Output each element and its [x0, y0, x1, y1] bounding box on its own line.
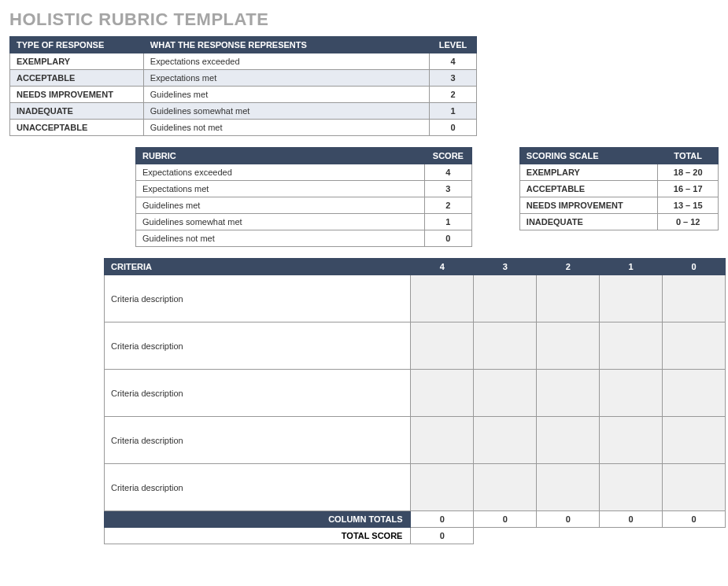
column-total-1: 0: [600, 511, 663, 528]
criteria-score-0[interactable]: [663, 370, 726, 417]
scale-total: 18 – 20: [658, 164, 719, 181]
criteria-score-3[interactable]: [474, 370, 537, 417]
rubric-label: Guidelines somewhat met: [136, 214, 425, 230]
criteria-score-1[interactable]: [600, 417, 663, 464]
criteria-score-4[interactable]: [411, 322, 474, 370]
column-totals-label: COLUMN TOTALS: [105, 511, 411, 528]
col-3: 3: [474, 259, 537, 275]
criteria-score-4[interactable]: [411, 275, 474, 322]
rubric-label: Guidelines met: [136, 197, 425, 214]
col-scale: SCORING SCALE: [519, 148, 658, 164]
criteria-description[interactable]: Criteria description: [105, 275, 411, 322]
table-row: EXEMPLARY Expectations exceeded 4: [10, 53, 477, 70]
rubric-score: 3: [424, 181, 471, 197]
criteria-score-2[interactable]: [537, 370, 600, 417]
col-score: SCORE: [424, 148, 471, 164]
table-row: Guidelines met 2: [136, 197, 472, 214]
criteria-score-3[interactable]: [474, 275, 537, 322]
col-level: LEVEL: [430, 37, 477, 53]
criteria-score-0[interactable]: [663, 275, 726, 322]
criteria-row: Criteria description: [105, 322, 726, 370]
response-level: 1: [430, 103, 477, 120]
criteria-description[interactable]: Criteria description: [105, 322, 411, 370]
criteria-score-3[interactable]: [474, 322, 537, 370]
response-represents: Guidelines somewhat met: [143, 103, 429, 120]
total-score-row: TOTAL SCORE 0: [105, 528, 726, 544]
rubric-score: 1: [424, 214, 471, 230]
criteria-score-2[interactable]: [537, 322, 600, 370]
criteria-score-3[interactable]: [474, 464, 537, 511]
response-level: 0: [430, 120, 477, 136]
response-type: INADEQUATE: [10, 103, 144, 120]
response-level: 4: [430, 53, 477, 70]
scale-label: EXEMPLARY: [519, 164, 658, 181]
scale-total: 13 – 15: [658, 197, 719, 214]
column-totals-row: COLUMN TOTALS 0 0 0 0 0: [105, 511, 726, 528]
col-4: 4: [411, 259, 474, 275]
col-total: TOTAL: [658, 148, 719, 164]
criteria-score-4[interactable]: [411, 370, 474, 417]
column-total-2: 0: [537, 511, 600, 528]
rubric-label: Guidelines not met: [136, 230, 425, 247]
criteria-description[interactable]: Criteria description: [105, 417, 411, 464]
rubric-score: 4: [424, 164, 471, 181]
criteria-score-4[interactable]: [411, 464, 474, 511]
scale-total: 0 – 12: [658, 214, 719, 230]
criteria-score-0[interactable]: [663, 464, 726, 511]
criteria-row: Criteria description: [105, 417, 726, 464]
criteria-score-2[interactable]: [537, 275, 600, 322]
table-row: UNACCEPTABLE Guidelines not met 0: [10, 120, 477, 136]
scale-label: INADEQUATE: [519, 214, 658, 230]
table-row: ACCEPTABLE 16 – 17: [519, 181, 718, 197]
criteria-score-1[interactable]: [600, 464, 663, 511]
rubric-table: RUBRIC SCORE Expectations exceeded 4 Exp…: [135, 147, 472, 247]
criteria-score-4[interactable]: [411, 417, 474, 464]
table-row: Expectations met 3: [136, 181, 472, 197]
scale-label: ACCEPTABLE: [519, 181, 658, 197]
criteria-score-3[interactable]: [474, 417, 537, 464]
table-row: Guidelines somewhat met 1: [136, 214, 472, 230]
col-1: 1: [600, 259, 663, 275]
scale-total: 16 – 17: [658, 181, 719, 197]
criteria-score-2[interactable]: [537, 417, 600, 464]
rubric-label: Expectations met: [136, 181, 425, 197]
response-represents: Expectations exceeded: [143, 53, 429, 70]
criteria-table: CRITERIA 4 3 2 1 0 Criteria description …: [104, 258, 726, 544]
col-0: 0: [663, 259, 726, 275]
table-row: INADEQUATE Guidelines somewhat met 1: [10, 103, 477, 120]
table-row: INADEQUATE 0 – 12: [519, 214, 718, 230]
criteria-description[interactable]: Criteria description: [105, 464, 411, 511]
response-type: UNACCEPTABLE: [10, 120, 144, 136]
total-score-value: 0: [411, 528, 474, 544]
rubric-score: 2: [424, 197, 471, 214]
table-row: NEEDS IMPROVEMENT 13 – 15: [519, 197, 718, 214]
column-total-0: 0: [663, 511, 726, 528]
column-total-4: 0: [411, 511, 474, 528]
criteria-score-1[interactable]: [600, 322, 663, 370]
page-title: HOLISTIC RUBRIC TEMPLATE: [9, 9, 719, 30]
table-row: Expectations exceeded 4: [136, 164, 472, 181]
criteria-score-1[interactable]: [600, 275, 663, 322]
criteria-description[interactable]: Criteria description: [105, 370, 411, 417]
criteria-score-0[interactable]: [663, 322, 726, 370]
col-rubric: RUBRIC: [136, 148, 425, 164]
col-represents: WHAT THE RESPONSE REPRESENTS: [143, 37, 429, 53]
col-type: TYPE OF RESPONSE: [10, 37, 144, 53]
table-row: ACCEPTABLE Expectations met 3: [10, 70, 477, 87]
criteria-row: Criteria description: [105, 464, 726, 511]
response-type: ACCEPTABLE: [10, 70, 144, 87]
response-represents: Expectations met: [143, 70, 429, 87]
response-represents: Guidelines not met: [143, 120, 429, 136]
response-type: NEEDS IMPROVEMENT: [10, 87, 144, 103]
rubric-score: 0: [424, 230, 471, 247]
criteria-score-0[interactable]: [663, 417, 726, 464]
response-represents: Guidelines met: [143, 87, 429, 103]
criteria-score-2[interactable]: [537, 464, 600, 511]
total-score-label: TOTAL SCORE: [105, 528, 411, 544]
response-level: 2: [430, 87, 477, 103]
scoring-scale-table: SCORING SCALE TOTAL EXEMPLARY 18 – 20 AC…: [519, 147, 719, 230]
criteria-score-1[interactable]: [600, 370, 663, 417]
col-2: 2: [537, 259, 600, 275]
table-row: Guidelines not met 0: [136, 230, 472, 247]
table-row: NEEDS IMPROVEMENT Guidelines met 2: [10, 87, 477, 103]
